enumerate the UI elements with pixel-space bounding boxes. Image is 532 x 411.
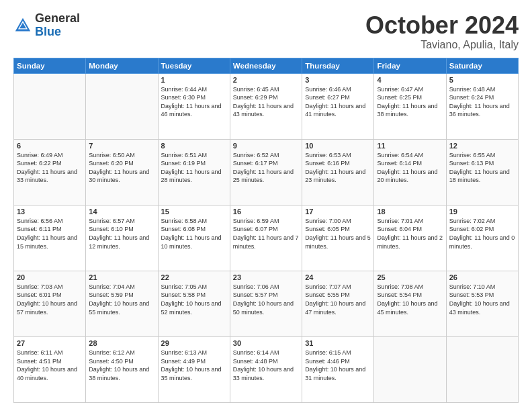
- calendar-cell: 2Sunrise: 6:45 AM Sunset: 6:29 PM Daylig…: [230, 73, 302, 139]
- calendar-cell: 3Sunrise: 6:46 AM Sunset: 6:27 PM Daylig…: [302, 73, 374, 139]
- calendar-cell: 1Sunrise: 6:44 AM Sunset: 6:30 PM Daylig…: [158, 73, 230, 139]
- week-row-2: 13Sunrise: 6:56 AM Sunset: 6:11 PM Dayli…: [14, 205, 519, 271]
- calendar-cell: [446, 336, 518, 402]
- day-info: Sunrise: 6:57 AM Sunset: 6:10 PM Dayligh…: [89, 217, 154, 250]
- day-number: 22: [161, 273, 227, 281]
- week-row-0: 1Sunrise: 6:44 AM Sunset: 6:30 PM Daylig…: [14, 73, 519, 139]
- day-info: Sunrise: 7:02 AM Sunset: 6:02 PM Dayligh…: [449, 217, 515, 250]
- day-info: Sunrise: 6:14 AM Sunset: 4:48 PM Dayligh…: [233, 349, 299, 382]
- logo: General Blue: [13, 12, 80, 39]
- day-info: Sunrise: 6:55 AM Sunset: 6:13 PM Dayligh…: [449, 151, 515, 185]
- week-row-4: 27Sunrise: 6:11 AM Sunset: 4:51 PM Dayli…: [14, 336, 519, 402]
- day-info: Sunrise: 7:05 AM Sunset: 5:58 PM Dayligh…: [161, 283, 227, 316]
- day-number: 1: [161, 76, 227, 84]
- weekday-header-friday: Friday: [374, 58, 446, 73]
- day-number: 14: [89, 208, 154, 216]
- calendar-cell: 21Sunrise: 7:04 AM Sunset: 5:59 PM Dayli…: [86, 271, 158, 336]
- day-number: 2: [233, 76, 299, 84]
- day-info: Sunrise: 6:13 AM Sunset: 4:49 PM Dayligh…: [161, 349, 227, 382]
- weekday-header-saturday: Saturday: [446, 58, 518, 73]
- calendar-table: SundayMondayTuesdayWednesdayThursdayFrid…: [13, 58, 519, 403]
- day-info: Sunrise: 7:01 AM Sunset: 6:04 PM Dayligh…: [377, 217, 443, 250]
- calendar-cell: 19Sunrise: 7:02 AM Sunset: 6:02 PM Dayli…: [446, 205, 518, 271]
- calendar-cell: 31Sunrise: 6:15 AM Sunset: 4:46 PM Dayli…: [302, 336, 374, 402]
- title-block: October 2024 Taviano, Apulia, Italy: [365, 12, 519, 51]
- day-info: Sunrise: 7:04 AM Sunset: 5:59 PM Dayligh…: [89, 283, 154, 316]
- weekday-header-sunday: Sunday: [14, 58, 86, 73]
- day-number: 25: [377, 273, 443, 281]
- day-info: Sunrise: 6:12 AM Sunset: 4:50 PM Dayligh…: [89, 349, 154, 382]
- day-info: Sunrise: 6:50 AM Sunset: 6:20 PM Dayligh…: [89, 151, 154, 185]
- week-row-1: 6Sunrise: 6:49 AM Sunset: 6:22 PM Daylig…: [14, 139, 519, 205]
- day-info: Sunrise: 7:00 AM Sunset: 6:05 PM Dayligh…: [305, 217, 371, 250]
- day-number: 27: [17, 339, 83, 347]
- calendar-cell: 12Sunrise: 6:55 AM Sunset: 6:13 PM Dayli…: [446, 139, 518, 205]
- day-info: Sunrise: 6:44 AM Sunset: 6:30 PM Dayligh…: [161, 85, 227, 119]
- day-number: 19: [449, 208, 515, 216]
- header: General Blue October 2024 Taviano, Apuli…: [13, 12, 519, 51]
- day-info: Sunrise: 7:08 AM Sunset: 5:54 PM Dayligh…: [377, 283, 443, 316]
- calendar-cell: 22Sunrise: 7:05 AM Sunset: 5:58 PM Dayli…: [158, 271, 230, 336]
- month-title: October 2024: [365, 12, 519, 39]
- day-info: Sunrise: 6:45 AM Sunset: 6:29 PM Dayligh…: [233, 85, 299, 119]
- day-number: 7: [89, 142, 154, 150]
- day-info: Sunrise: 6:46 AM Sunset: 6:27 PM Dayligh…: [305, 85, 371, 119]
- logo-text: General Blue: [35, 12, 80, 39]
- day-info: Sunrise: 7:10 AM Sunset: 5:53 PM Dayligh…: [449, 283, 515, 316]
- calendar-cell: 5Sunrise: 6:48 AM Sunset: 6:24 PM Daylig…: [446, 73, 518, 139]
- page: General Blue October 2024 Taviano, Apuli…: [0, 0, 532, 411]
- weekday-header-row: SundayMondayTuesdayWednesdayThursdayFrid…: [14, 58, 519, 73]
- day-number: 20: [17, 273, 83, 281]
- day-number: 31: [305, 339, 371, 347]
- day-info: Sunrise: 6:15 AM Sunset: 4:46 PM Dayligh…: [305, 349, 371, 382]
- day-number: 12: [449, 142, 515, 150]
- calendar-cell: 6Sunrise: 6:49 AM Sunset: 6:22 PM Daylig…: [14, 139, 86, 205]
- calendar-cell: 30Sunrise: 6:14 AM Sunset: 4:48 PM Dayli…: [230, 336, 302, 402]
- day-info: Sunrise: 6:56 AM Sunset: 6:11 PM Dayligh…: [17, 217, 83, 250]
- calendar-cell: 4Sunrise: 6:47 AM Sunset: 6:25 PM Daylig…: [374, 73, 446, 139]
- day-number: 4: [377, 76, 443, 84]
- calendar-cell: 15Sunrise: 6:58 AM Sunset: 6:08 PM Dayli…: [158, 205, 230, 271]
- calendar-cell: 7Sunrise: 6:50 AM Sunset: 6:20 PM Daylig…: [86, 139, 158, 205]
- day-number: 30: [233, 339, 299, 347]
- day-number: 21: [89, 273, 154, 281]
- day-info: Sunrise: 7:07 AM Sunset: 5:55 PM Dayligh…: [305, 283, 371, 316]
- day-number: 26: [449, 273, 515, 281]
- day-info: Sunrise: 6:53 AM Sunset: 6:16 PM Dayligh…: [305, 151, 371, 185]
- day-number: 3: [305, 76, 371, 84]
- calendar-cell: 11Sunrise: 6:54 AM Sunset: 6:14 PM Dayli…: [374, 139, 446, 205]
- day-number: 24: [305, 273, 371, 281]
- day-number: 16: [233, 208, 299, 216]
- weekday-header-wednesday: Wednesday: [230, 58, 302, 73]
- location-title: Taviano, Apulia, Italy: [365, 39, 519, 51]
- day-info: Sunrise: 6:52 AM Sunset: 6:17 PM Dayligh…: [233, 151, 299, 185]
- day-info: Sunrise: 6:58 AM Sunset: 6:08 PM Dayligh…: [161, 217, 227, 250]
- calendar-cell: 26Sunrise: 7:10 AM Sunset: 5:53 PM Dayli…: [446, 271, 518, 336]
- calendar-cell: 10Sunrise: 6:53 AM Sunset: 6:16 PM Dayli…: [302, 139, 374, 205]
- day-number: 5: [449, 76, 515, 84]
- calendar-cell: 29Sunrise: 6:13 AM Sunset: 4:49 PM Dayli…: [158, 336, 230, 402]
- calendar-cell: 23Sunrise: 7:06 AM Sunset: 5:57 PM Dayli…: [230, 271, 302, 336]
- day-info: Sunrise: 7:03 AM Sunset: 6:01 PM Dayligh…: [17, 283, 83, 316]
- calendar-cell: 28Sunrise: 6:12 AM Sunset: 4:50 PM Dayli…: [86, 336, 158, 402]
- day-info: Sunrise: 6:11 AM Sunset: 4:51 PM Dayligh…: [17, 349, 83, 382]
- calendar-cell: 25Sunrise: 7:08 AM Sunset: 5:54 PM Dayli…: [374, 271, 446, 336]
- logo-icon: [13, 16, 32, 35]
- logo-general: General: [35, 12, 80, 26]
- day-info: Sunrise: 7:06 AM Sunset: 5:57 PM Dayligh…: [233, 283, 299, 316]
- day-number: 18: [377, 208, 443, 216]
- weekday-header-monday: Monday: [86, 58, 158, 73]
- day-info: Sunrise: 6:59 AM Sunset: 6:07 PM Dayligh…: [233, 217, 299, 250]
- day-info: Sunrise: 6:47 AM Sunset: 6:25 PM Dayligh…: [377, 85, 443, 119]
- day-number: 6: [17, 142, 83, 150]
- day-number: 9: [233, 142, 299, 150]
- weekday-header-tuesday: Tuesday: [158, 58, 230, 73]
- calendar-cell: [86, 73, 158, 139]
- calendar-cell: 13Sunrise: 6:56 AM Sunset: 6:11 PM Dayli…: [14, 205, 86, 271]
- weekday-header-thursday: Thursday: [302, 58, 374, 73]
- calendar-cell: 14Sunrise: 6:57 AM Sunset: 6:10 PM Dayli…: [86, 205, 158, 271]
- calendar-cell: 20Sunrise: 7:03 AM Sunset: 6:01 PM Dayli…: [14, 271, 86, 336]
- calendar-cell: 8Sunrise: 6:51 AM Sunset: 6:19 PM Daylig…: [158, 139, 230, 205]
- day-number: 29: [161, 339, 227, 347]
- day-info: Sunrise: 6:54 AM Sunset: 6:14 PM Dayligh…: [377, 151, 443, 185]
